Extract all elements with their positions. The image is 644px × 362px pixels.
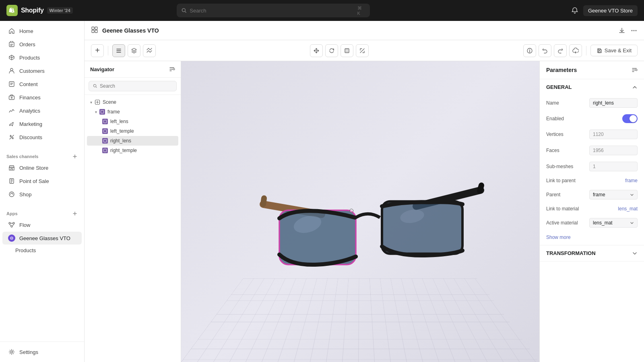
save-exit-button[interactable]: Save & Exit [590,45,638,56]
resize-icon [359,47,365,54]
sales-channels-label: Sales channels [0,150,84,161]
nav-search-icon [93,84,97,88]
general-section-header[interactable]: GENERAL [540,79,644,95]
sidebar-item-products-app[interactable]: Products [2,245,82,256]
add-app-icon[interactable] [72,211,78,216]
info-button[interactable] [523,44,536,57]
tree-item-scene[interactable]: ▾ Scene [85,97,181,107]
vertices-input[interactable] [589,130,638,139]
content-area: Geenee Glasses VTO + [85,21,644,362]
resize-button[interactable] [356,44,369,57]
content-icon [8,80,15,88]
svg-point-12 [13,222,14,224]
redo-button[interactable] [554,44,567,57]
bell-icon[interactable] [571,7,578,14]
submeshes-input[interactable] [589,162,638,171]
layers-button[interactable] [128,44,140,57]
sidebar-label-online-store: Online Store [19,165,48,171]
sidebar-label-orders: Orders [19,41,35,47]
svg-rect-18 [95,27,97,29]
app-header-title: Geenee Glasses VTO [102,27,159,34]
move-button[interactable] [310,44,323,57]
faces-input[interactable] [589,146,638,155]
name-input[interactable] [589,98,638,108]
svg-rect-19 [92,30,94,33]
svg-point-13 [11,226,12,227]
sidebar-bottom: Settings [0,341,84,362]
sidebar-item-analytics[interactable]: Analytics [2,104,82,117]
tree-item-frame[interactable]: ▾ frame [85,107,181,117]
parent-select[interactable]: frame [589,190,638,200]
toolbar-right-tools: Save & Exit [523,44,638,57]
store-button[interactable]: Geenee VTO Store [583,5,638,16]
download-icon[interactable] [618,27,625,34]
faces-row: Faces [540,142,644,158]
sidebar-item-discounts[interactable]: Discounts [2,131,82,144]
sidebar-label-flow: Flow [19,222,30,228]
refresh-button[interactable] [325,44,338,57]
svg-rect-24 [345,49,349,53]
sidebar-item-online-store[interactable]: Online Store [2,161,82,174]
cloud-save-button[interactable] [569,44,582,57]
topbar: shopify Winter '24 ⌘ K Geenee VTO Store [0,0,644,21]
pattern-button[interactable] [143,44,156,57]
discounts-icon [8,134,15,141]
sidebar-item-customers[interactable]: Customers [2,64,82,77]
active-material-select[interactable]: lens_mat [589,218,638,228]
finances-icon [8,94,15,101]
tree-item-left-temple[interactable]: left_temple [85,126,181,136]
sidebar-item-point-of-sale[interactable]: Point of Sale [2,175,82,187]
tree-item-left-lens[interactable]: left_lens [85,117,181,126]
sidebar-label-settings: Settings [19,349,38,355]
more-icon[interactable] [630,27,638,34]
list-view-button[interactable] [112,44,125,57]
add-channel-icon[interactable] [72,154,78,159]
svg-rect-17 [92,27,94,29]
search-icon [182,8,187,13]
sidebar-item-flow[interactable]: Flow [2,218,82,231]
svg-rect-4 [9,96,14,100]
show-more-link[interactable]: Show more [546,234,571,240]
search-input[interactable] [190,8,354,14]
link-material-value[interactable]: lens_mat [618,206,638,212]
params-settings-icon[interactable] [631,67,638,73]
frame-icon [344,47,350,54]
sidebar-item-products[interactable]: Products [2,51,82,64]
nav-search-box[interactable] [89,81,177,91]
add-button[interactable]: + [91,44,104,57]
undo-button[interactable] [539,44,551,57]
show-more: Show more [540,231,644,245]
sidebar-item-home[interactable]: Home [2,25,82,37]
sidebar-item-shop[interactable]: Shop [2,188,82,201]
tree-item-right-temple[interactable]: right_temple [85,146,181,155]
sidebar-item-geenee[interactable]: Geenee Glasses VTO [2,232,82,245]
nav-search-input[interactable] [100,83,172,89]
name-row: Name [540,95,644,111]
navigator-panel: Navigator ▾ [85,61,181,362]
editor-toolbar: + [85,40,644,61]
general-section: GENERAL Name Enabled [540,79,644,245]
tree-item-right-lens[interactable]: right_lens [87,136,178,146]
search-box[interactable]: ⌘ K [177,4,370,17]
vertices-row: Vertices [540,126,644,142]
toolbar-center-tools [310,44,369,57]
submeshes-row: Sub-meshes [540,158,644,175]
sidebar-item-orders[interactable]: Orders [2,38,82,51]
sidebar-item-marketing[interactable]: Marketing [2,117,82,130]
frame-button[interactable] [341,44,353,57]
tree-label-right-lens: right_lens [110,138,131,144]
link-parent-label: Link to parent [546,178,576,183]
svg-point-2 [10,68,13,71]
sidebar-item-settings[interactable]: Settings [2,346,82,358]
viewport[interactable] [181,61,539,362]
enabled-toggle[interactable] [622,114,638,123]
redo-icon [557,47,564,54]
logo[interactable]: shopify Winter '24 [6,5,73,16]
navigator-settings-icon[interactable] [169,66,175,72]
sidebar-item-finances[interactable]: Finances [2,91,82,104]
transformation-section-header[interactable]: TRANSFORMATION [540,245,644,261]
link-parent-value[interactable]: frame [625,178,638,183]
params-title: Parameters [546,67,577,73]
svg-point-22 [634,30,635,31]
sidebar-item-content[interactable]: Content [2,78,82,90]
